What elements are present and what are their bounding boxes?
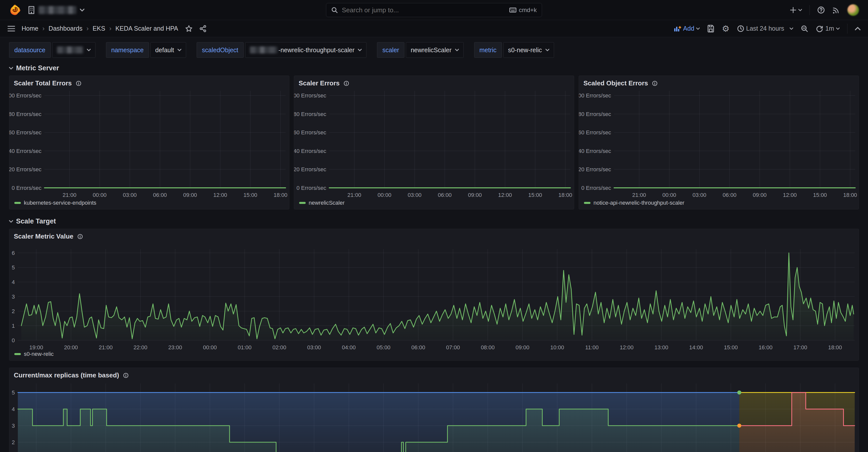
breadcrumb-separator: › <box>42 25 45 32</box>
save-icon[interactable] <box>707 25 714 32</box>
variables-row: datasource namespace default scaledObjec… <box>9 42 859 58</box>
replicas-chart[interactable]: 54321 <box>9 368 859 452</box>
svg-text:3: 3 <box>12 294 15 300</box>
svg-text:80 Errors/sec: 80 Errors/sec <box>9 111 41 117</box>
breadcrumb-home[interactable]: Home <box>22 25 38 32</box>
svg-text:60 Errors/sec: 60 Errors/sec <box>9 129 41 136</box>
legend-item[interactable]: kubernetes-service-endpoints <box>14 200 96 206</box>
svg-text:06:00: 06:00 <box>438 192 452 198</box>
legend-label: newrelicScaler <box>309 200 345 206</box>
info-icon[interactable] <box>78 234 83 239</box>
chevron-down-icon <box>546 49 549 51</box>
svg-text:15:00: 15:00 <box>813 192 827 198</box>
collapse-toolbar-icon[interactable] <box>855 27 861 30</box>
svg-text:60 Errors/sec: 60 Errors/sec <box>294 129 326 136</box>
info-icon[interactable] <box>344 80 349 86</box>
panel-replicas: Current/max replicas (time based) 54321 <box>9 367 859 452</box>
legend-label: kubernetes-service-endpoints <box>24 200 96 206</box>
scaler-total-errors-chart[interactable]: 100 Errors/sec80 Errors/sec60 Errors/sec… <box>9 76 289 210</box>
chevron-down-icon <box>358 49 362 51</box>
rss-icon <box>832 6 840 14</box>
panel-title[interactable]: Scaler Errors <box>299 79 349 87</box>
user-avatar[interactable] <box>847 4 859 16</box>
svg-text:17:00: 17:00 <box>794 344 807 351</box>
info-icon[interactable] <box>76 80 82 86</box>
section-scale-target[interactable]: Scale Target <box>9 218 859 225</box>
refresh-picker[interactable]: 1m <box>816 25 840 32</box>
help-button[interactable] <box>817 6 825 14</box>
grafana-logo[interactable] <box>9 4 21 16</box>
svg-text:07:00: 07:00 <box>446 344 460 351</box>
settings-gear-icon[interactable]: ⚙ <box>722 24 730 33</box>
panel-title[interactable]: Scaler Total Errors <box>14 79 82 87</box>
star-icon[interactable] <box>185 25 193 32</box>
svg-text:80 Errors/sec: 80 Errors/sec <box>579 111 611 117</box>
section-metric-server[interactable]: Metric Server <box>9 64 859 72</box>
scaled-object-errors-chart[interactable]: 100 Errors/sec80 Errors/sec60 Errors/sec… <box>579 76 859 210</box>
variable-namespace-value[interactable]: default <box>150 42 186 58</box>
svg-text:60 Errors/sec: 60 Errors/sec <box>579 129 611 136</box>
breadcrumb-dashboards[interactable]: Dashboards <box>49 25 82 32</box>
error-panels-row: Scaler Total Errors 100 Errors/sec80 Err… <box>9 75 859 209</box>
svg-text:12:00: 12:00 <box>783 192 797 198</box>
legend-item[interactable]: newrelicScaler <box>299 200 345 206</box>
global-search[interactable]: cmd+k <box>326 3 542 17</box>
variable-datasource-value[interactable] <box>52 42 95 58</box>
legend-label: notice-api-newrelic-throughput-scaler <box>593 200 684 206</box>
scaler-metric-value-chart[interactable]: 654321019:0020:0021:0022:0023:0000:0001:… <box>9 229 859 361</box>
chevron-down-icon <box>9 67 13 70</box>
variable-metric-label: metric <box>474 42 502 58</box>
svg-text:4: 4 <box>12 279 15 285</box>
svg-text:100 Errors/sec: 100 Errors/sec <box>294 92 326 99</box>
legend-color <box>299 202 306 204</box>
divider <box>847 24 847 34</box>
variable-scaledobject: scaledObject -newrelic-throughput-scaler <box>197 42 366 58</box>
svg-text:21:00: 21:00 <box>632 192 646 198</box>
svg-text:19:00: 19:00 <box>29 344 43 351</box>
panel-title[interactable]: Scaled Object Errors <box>583 79 657 87</box>
variable-scaledobject-label: scaledObject <box>197 42 244 58</box>
panel-title[interactable]: Current/max replicas (time based) <box>14 372 129 379</box>
svg-text:03:00: 03:00 <box>307 344 321 351</box>
legend-item[interactable]: s0-new-relic <box>14 351 54 357</box>
new-menu-button[interactable] <box>790 7 802 13</box>
news-button[interactable] <box>832 6 840 14</box>
menu-icon[interactable] <box>7 26 15 32</box>
svg-text:11:00: 11:00 <box>585 344 598 351</box>
time-range-picker[interactable]: Last 24 hours <box>737 25 794 32</box>
breadcrumb-dashboard-title[interactable]: KEDA Scaler and HPA <box>116 25 178 32</box>
org-switcher[interactable] <box>28 6 84 14</box>
svg-text:80 Errors/sec: 80 Errors/sec <box>294 111 326 117</box>
svg-text:40 Errors/sec: 40 Errors/sec <box>9 148 41 154</box>
zoom-out-icon[interactable] <box>801 25 808 32</box>
breadcrumb-folder[interactable]: EKS <box>93 25 105 32</box>
breadcrumb-separator: › <box>109 25 112 32</box>
redacted-value <box>57 46 83 54</box>
chevron-down-icon <box>455 49 459 51</box>
legend-color <box>584 202 590 204</box>
variable-scaledobject-value[interactable]: -newrelic-throughput-scaler <box>245 42 367 58</box>
search-input[interactable] <box>342 6 505 14</box>
variable-scaler-value[interactable]: newrelicScaler <box>406 42 464 58</box>
svg-text:15:00: 15:00 <box>724 344 738 351</box>
svg-text:09:00: 09:00 <box>753 192 767 198</box>
variable-namespace: namespace default <box>106 42 186 58</box>
value-text: default <box>155 46 174 54</box>
info-icon[interactable] <box>652 80 657 86</box>
share-icon[interactable] <box>199 25 207 32</box>
keyboard-icon <box>509 7 516 12</box>
svg-text:13:00: 13:00 <box>654 344 668 351</box>
value-text: newrelicScaler <box>411 46 452 54</box>
svg-text:04:00: 04:00 <box>342 344 355 351</box>
variable-metric-value[interactable]: s0-new-relic <box>503 42 554 58</box>
help-icon <box>817 6 825 14</box>
svg-text:03:00: 03:00 <box>692 192 706 198</box>
scaler-errors-chart[interactable]: 100 Errors/sec80 Errors/sec60 Errors/sec… <box>294 76 574 210</box>
info-icon[interactable] <box>123 373 129 378</box>
svg-text:20 Errors/sec: 20 Errors/sec <box>294 166 326 172</box>
chevron-down-icon <box>789 27 793 30</box>
legend-item[interactable]: notice-api-newrelic-throughput-scaler <box>584 200 684 206</box>
add-panel-button[interactable]: Add <box>674 25 700 32</box>
panel-title[interactable]: Scaler Metric Value <box>14 232 83 240</box>
svg-text:21:00: 21:00 <box>63 192 76 198</box>
